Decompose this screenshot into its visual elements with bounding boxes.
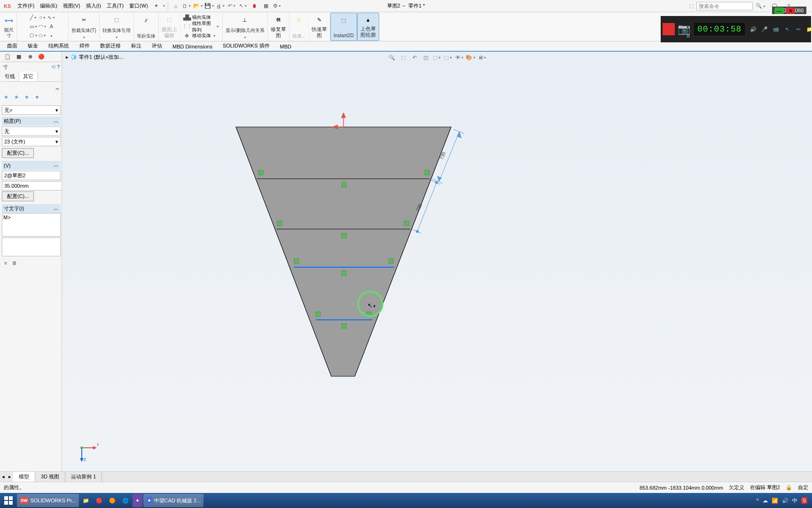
taskbar-app-rec[interactable]: 🔴 [93, 494, 105, 507]
menu-tools[interactable]: 工具(T) [104, 0, 126, 12]
open-icon[interactable]: 📂▼ [193, 0, 204, 12]
display-style-icon[interactable]: ⬚▼ [443, 53, 453, 62]
subtab-other[interactable]: 其它 [19, 71, 38, 81]
tab-addins[interactable]: SOLIDWORKS 插件 [218, 40, 275, 51]
spline-icon[interactable]: ∿▼ [48, 14, 55, 21]
undo-icon[interactable]: ↶▼ [226, 0, 238, 12]
panel-info-icon[interactable]: ? [57, 64, 60, 70]
section-view-icon[interactable]: ◫ [421, 53, 431, 62]
taskbar-edge[interactable]: 🌐 [119, 494, 132, 507]
status-lock-icon[interactable]: 🔒 [786, 484, 792, 491]
recorder-audio-icon[interactable]: 🔊 [749, 24, 758, 34]
tray-ime-icon[interactable]: S [801, 497, 807, 504]
viewport[interactable]: ▸ 🧊 零件1 (默认<按加... 🔍 ⬚ ↶ ◫ ⬚▼ ⬚▼ 👁▼ 🎨▼ 🖥▼ [62, 52, 812, 471]
offset-group[interactable]: ⫽ 等距实体 [134, 13, 159, 41]
taskbar-app-5[interactable]: ✦ [133, 494, 142, 507]
recorder-min-icon[interactable]: — [774, 8, 784, 14]
taskbar-zwcad[interactable]: ✦中望CAD 机械版 2... [143, 494, 204, 507]
repair-sketch-group[interactable]: 🛠 修复草图 [268, 13, 289, 41]
panel-help-icon[interactable]: ⟲ [51, 64, 55, 70]
rect-icon[interactable]: ▭▼ [30, 23, 38, 30]
options-icon[interactable]: ▦ [260, 0, 272, 12]
expand-icon-2[interactable]: ︿ [54, 162, 59, 169]
convert-group[interactable]: ⬚ 转换实体引用 ▼ [100, 13, 134, 41]
zoom-area-icon[interactable]: ⬚ [398, 53, 408, 62]
save-icon[interactable]: 💾▼ [204, 0, 215, 12]
settings-icon[interactable]: ⚙▼ [272, 0, 283, 12]
tray-onedrive-icon[interactable]: ☁ [763, 498, 768, 504]
recorder-mic-icon[interactable]: 🎤 [760, 24, 769, 34]
expand-icon[interactable]: ︿ [54, 118, 59, 125]
favorite-4-icon[interactable]: ★ [35, 94, 43, 103]
view-triad[interactable]: x z [76, 439, 99, 462]
decimals-dropdown[interactable]: 23 (文件)▾ [2, 137, 61, 146]
tab-sheetmetal[interactable]: 钣金 [23, 40, 43, 51]
select-icon[interactable]: ↖▼ [238, 0, 249, 12]
recorder-close-icon[interactable]: ✕ [786, 8, 795, 14]
arc-icon[interactable]: ◠▼ [39, 23, 47, 30]
trim-group[interactable]: ✂ 剪裁实体(T) ▼ [69, 13, 100, 41]
dim-text-input-2[interactable] [2, 238, 61, 256]
circle-icon[interactable]: ○▼ [39, 14, 47, 21]
scroll-right-icon[interactable]: ▸ [7, 474, 13, 480]
linear-pattern-icon[interactable]: ⋮⋮ [183, 23, 191, 31]
tab-mbd[interactable]: MBD [275, 42, 297, 51]
menu-view[interactable]: 视图(V) [60, 0, 83, 12]
tab-structure[interactable]: 结构系统 [43, 40, 74, 51]
tab-mbd-dim[interactable]: MBD Dimensions [167, 42, 218, 51]
align-icon-2[interactable]: ≣ [10, 259, 18, 267]
zoom-fit-icon[interactable]: 🔍 [387, 53, 397, 62]
move-icon[interactable]: ✥ [183, 32, 191, 40]
tab-evaluate[interactable]: 评估 [147, 40, 167, 51]
start-button[interactable] [1, 494, 16, 507]
tray-lang[interactable]: 中 [792, 497, 797, 504]
ellipse-icon[interactable]: ⬭▼ [39, 32, 47, 40]
tab-motion[interactable]: 运动算例 1 [65, 472, 102, 482]
expand-icon-3[interactable]: ︿ [54, 205, 59, 212]
print-icon[interactable]: 🖨▼ [215, 0, 226, 12]
menu-window[interactable]: 窗口(W) [126, 0, 151, 12]
style-dropdown[interactable]: 无>▾ [2, 105, 61, 115]
scene-icon[interactable]: 🖥▼ [477, 53, 487, 62]
hide-show-icon[interactable]: 👁▼ [454, 53, 465, 62]
menu-insert[interactable]: 插入(I) [83, 0, 104, 12]
search-input[interactable] [696, 2, 753, 10]
tab-surface[interactable]: 曲面 [2, 40, 23, 51]
recorder-stop[interactable] [663, 20, 675, 39]
tab-annotate[interactable]: 标注 [126, 40, 147, 51]
prev-view-icon[interactable]: ↶ [409, 53, 420, 62]
text-icon[interactable]: A [48, 23, 55, 30]
subtab-leader[interactable]: 引线 [1, 71, 19, 81]
recorder-draw-icon[interactable]: ✏ [794, 24, 803, 34]
panel-tab-appearance[interactable]: 🔴 [36, 52, 47, 62]
appearance-icon[interactable]: 🎨▼ [466, 53, 476, 62]
breadcrumb[interactable]: ▸ 🧊 零件1 (默认<按加... [66, 54, 123, 61]
tab-model[interactable]: 模型 [13, 472, 35, 482]
new-icon[interactable]: 🗋▼ [181, 0, 193, 12]
config-button-2[interactable]: 配置(C)... [2, 191, 34, 201]
tray-volume-icon[interactable]: 🔊 [782, 498, 789, 504]
tray-up-icon[interactable]: ^ [756, 498, 758, 503]
polygon-icon[interactable]: ⬠▼ [30, 32, 38, 40]
tab-data-migration[interactable]: 数据迁移 [95, 40, 126, 51]
recorder-folder-icon[interactable]: 📁 [805, 24, 812, 34]
smart-dimension-group[interactable]: 能尺寸 [1, 13, 17, 41]
tab-3dview[interactable]: 3D 视图 [35, 472, 65, 482]
config-button-1[interactable]: 配置(C)... [2, 148, 34, 158]
quick-sketch-group[interactable]: ✎ 快速草图 [309, 13, 330, 41]
dropdown-arrow-icon[interactable]: ▼ [163, 4, 166, 8]
collapse-icon[interactable]: ︽ [55, 86, 60, 90]
rebuild-icon[interactable]: ⬮ [249, 0, 260, 12]
scroll-left-icon[interactable]: ◂ [0, 474, 7, 480]
instant2d-group[interactable]: ⬚ Instant2D [330, 13, 357, 41]
relations-group[interactable]: ⊥ 显示/删除几何关系 ▼ [223, 13, 268, 41]
taskbar-app-3[interactable]: 🟠 [106, 494, 118, 507]
point-icon[interactable]: • [48, 32, 55, 40]
panel-tab-config[interactable]: ⊕ [24, 52, 36, 62]
help-icon[interactable]: ✦ [151, 0, 162, 12]
taskbar-explorer[interactable]: 📁 [80, 494, 92, 507]
menu-edit[interactable]: 编辑(E) [37, 0, 60, 12]
view-orient-icon[interactable]: ⬚▼ [432, 53, 442, 62]
line-icon[interactable]: ╱▼ [30, 14, 38, 21]
dim-text-input[interactable] [2, 213, 61, 237]
